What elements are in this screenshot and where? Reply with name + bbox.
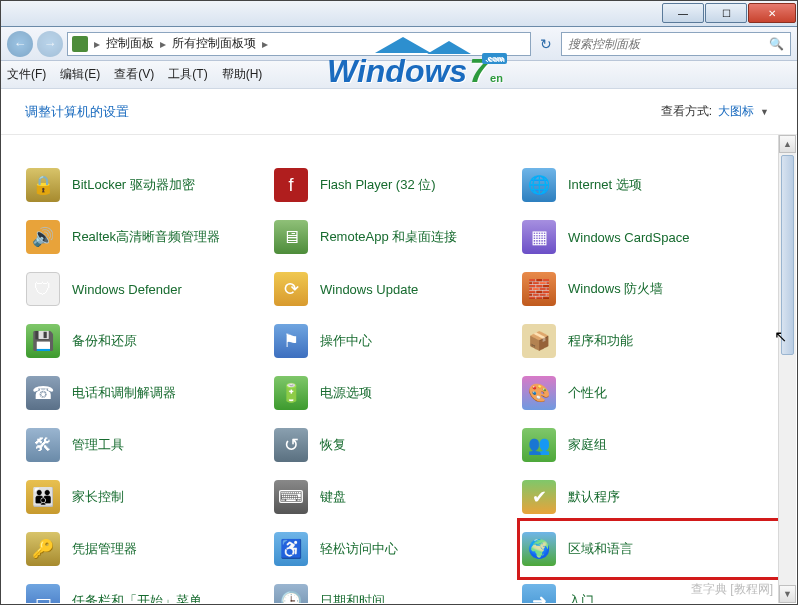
item-label: 备份和还原 [72,332,137,350]
menu-view[interactable]: 查看(V) [114,66,154,83]
chevron-down-icon[interactable]: ▼ [760,107,769,117]
item-flash-player[interactable]: fFlash Player (32 位) [274,159,522,211]
bitlocker-icon: 🔒 [26,168,60,202]
item-firewall[interactable]: 🧱Windows 防火墙 [522,263,770,315]
item-defender[interactable]: 🛡Windows Defender [26,263,274,315]
item-label: 日期和时间 [320,592,385,603]
item-label: 键盘 [320,488,346,506]
scroll-down-button[interactable]: ▼ [779,585,796,603]
item-label: 程序和功能 [568,332,633,350]
item-label: 恢复 [320,436,346,454]
title-bar: — ☐ ✕ [1,1,797,27]
default-programs-icon: ✔ [522,480,556,514]
taskbar-start-icon: ▭ [26,584,60,603]
region-language-icon: 🌍 [522,532,556,566]
item-realtek-audio[interactable]: 🔊Realtek高清晰音频管理器 [26,211,274,263]
item-label: 任务栏和「开始」菜单 [72,592,202,603]
item-label: Realtek高清晰音频管理器 [72,228,220,246]
breadcrumb-seg-1[interactable]: 控制面板 [106,35,154,52]
item-parental-controls[interactable]: 👪家长控制 [26,471,274,523]
ease-of-access-icon: ♿ [274,532,308,566]
back-button[interactable]: ← [7,31,33,57]
action-center-icon: ⚑ [274,324,308,358]
item-label: Windows Defender [72,282,182,297]
item-cardspace[interactable]: ▦Windows CardSpace [522,211,770,263]
defender-icon: 🛡 [26,272,60,306]
item-credential-manager[interactable]: 🔑凭据管理器 [26,523,274,575]
item-bitlocker[interactable]: 🔒BitLocker 驱动器加密 [26,159,274,211]
item-taskbar-start[interactable]: ▭任务栏和「开始」菜单 [26,575,274,603]
item-label: 操作中心 [320,332,372,350]
menu-help[interactable]: 帮助(H) [222,66,263,83]
search-icon: 🔍 [769,37,784,51]
remoteapp-icon: 🖥 [274,220,308,254]
item-action-center[interactable]: ⚑操作中心 [274,315,522,367]
item-power-options[interactable]: 🔋电源选项 [274,367,522,419]
breadcrumb-separator: ▸ [90,37,104,51]
date-time-icon: 🕒 [274,584,308,603]
item-label: 默认程序 [568,488,620,506]
item-windows-update[interactable]: ⟳Windows Update [274,263,522,315]
menu-tools[interactable]: 工具(T) [168,66,207,83]
item-label: Flash Player (32 位) [320,176,436,194]
item-default-programs[interactable]: ✔默认程序 [522,471,770,523]
item-backup-restore[interactable]: 💾备份和还原 [26,315,274,367]
item-date-time[interactable]: 🕒日期和时间 [274,575,522,603]
scroll-up-button[interactable]: ▲ [779,135,796,153]
parental-controls-icon: 👪 [26,480,60,514]
menu-edit[interactable]: 编辑(E) [60,66,100,83]
minimize-button[interactable]: — [662,3,704,23]
recovery-icon: ↺ [274,428,308,462]
item-remoteapp[interactable]: 🖥RemoteApp 和桌面连接 [274,211,522,263]
item-recovery[interactable]: ↺恢复 [274,419,522,471]
item-label: 家长控制 [72,488,124,506]
getting-started-icon: ➜ [522,584,556,603]
item-region-language[interactable]: 🌍区域和语言 [517,518,781,580]
close-button[interactable]: ✕ [748,3,796,23]
item-label: 电源选项 [320,384,372,402]
item-label: 管理工具 [72,436,124,454]
forward-button[interactable]: → [37,31,63,57]
menu-file[interactable]: 文件(F) [7,66,46,83]
item-ease-of-access[interactable]: ♿轻松访问中心 [274,523,522,575]
item-label: 家庭组 [568,436,607,454]
programs-features-icon: 📦 [522,324,556,358]
item-getting-started[interactable]: ➜入门 [522,575,770,603]
item-label: 入门 [568,592,594,603]
search-input[interactable] [568,37,758,51]
maximize-button[interactable]: ☐ [705,3,747,23]
item-label: 电话和调制解调器 [72,384,176,402]
flash-player-icon: f [274,168,308,202]
control-panel-icon [72,36,88,52]
backup-restore-icon: 💾 [26,324,60,358]
item-label: Internet 选项 [568,176,642,194]
item-admin-tools[interactable]: 🛠管理工具 [26,419,274,471]
heading-bar: 调整计算机的设置 查看方式: 大图标 ▼ [1,89,797,135]
item-homegroup[interactable]: 👥家庭组 [522,419,770,471]
item-phone-modem[interactable]: ☎电话和调制解调器 [26,367,274,419]
item-label: Windows Update [320,282,418,297]
item-personalization[interactable]: 🎨个性化 [522,367,770,419]
item-internet-options[interactable]: 🌐Internet 选项 [522,159,770,211]
item-keyboard[interactable]: ⌨键盘 [274,471,522,523]
item-label: 轻松访问中心 [320,540,398,558]
breadcrumb[interactable]: ▸ 控制面板 ▸ 所有控制面板项 ▸ [67,32,531,56]
personalization-icon: 🎨 [522,376,556,410]
power-options-icon: 🔋 [274,376,308,410]
scroll-thumb[interactable] [781,155,794,355]
breadcrumb-separator: ▸ [156,37,170,51]
item-label: 区域和语言 [568,540,633,558]
refresh-button[interactable]: ↻ [535,33,557,55]
cardspace-icon: ▦ [522,220,556,254]
breadcrumb-seg-2[interactable]: 所有控制面板项 [172,35,256,52]
item-label: RemoteApp 和桌面连接 [320,228,457,246]
item-programs-features[interactable]: 📦程序和功能 [522,315,770,367]
view-mode-value[interactable]: 大图标 [718,103,754,120]
page-title: 调整计算机的设置 [25,103,129,121]
content-panel: 🔒BitLocker 驱动器加密fFlash Player (32 位)🌐Int… [2,135,796,603]
breadcrumb-separator: ▸ [258,37,272,51]
vertical-scrollbar[interactable]: ▲ ▼ [778,135,796,603]
firewall-icon: 🧱 [522,272,556,306]
search-box[interactable]: 🔍 [561,32,791,56]
navigation-bar: ← → ▸ 控制面板 ▸ 所有控制面板项 ▸ ↻ 🔍 [1,27,797,61]
